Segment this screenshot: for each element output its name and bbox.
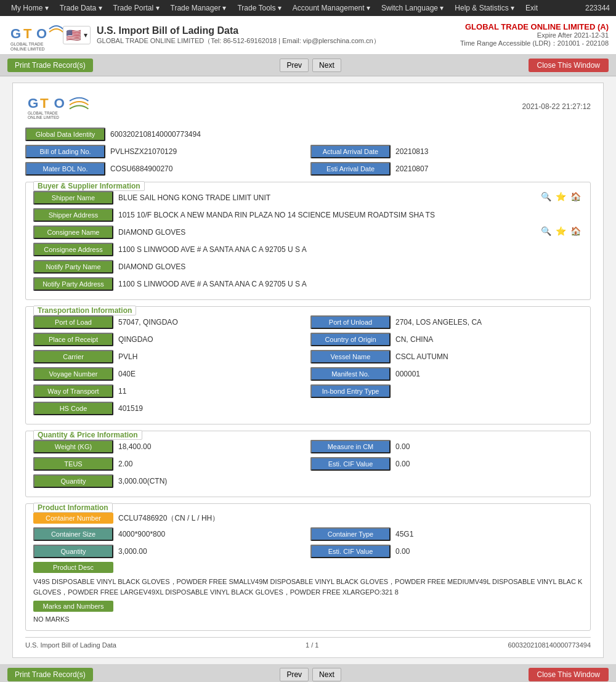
shipper-name-value: BLUE SAIL HONG KONG TRADE LIMIT UNIT: [118, 193, 536, 202]
voyage-number-label: Voyage Number: [33, 367, 113, 381]
receipt-origin-row: Place of Receipt QINGDAO Country of Orig…: [33, 333, 583, 346]
record-footer: U.S. Import Bill of Lading Data 1 / 1 60…: [25, 637, 591, 649]
marks-value: NO MARKS: [33, 615, 583, 623]
svg-text:ONLINE LIMITED: ONLINE LIMITED: [10, 47, 45, 51]
actual-arrival-value: 20210813: [395, 147, 591, 156]
marks-row: Marks and Numbers: [33, 601, 583, 612]
record-datetime: 2021-08-22 21:27:12: [522, 102, 591, 111]
carrier-value: PVLH: [118, 352, 306, 361]
product-section: Product Information Container Number CCL…: [25, 503, 591, 631]
way-of-transport-value: 11: [118, 387, 306, 396]
star-icon-consignee[interactable]: ⭐: [556, 226, 568, 238]
way-of-transport-field: Way of Transport 11: [33, 384, 306, 398]
actual-arrival-field: Actual Arrival Date 20210813: [310, 145, 591, 158]
voyage-number-field: Voyage Number 040E: [33, 367, 306, 381]
consignee-address-label: Consignee Address: [33, 243, 113, 256]
country-of-origin-value: CN, CHINA: [395, 335, 583, 344]
search-icon[interactable]: 🔍: [541, 192, 553, 204]
page-title: U.S. Import Bill of Lading Data: [97, 25, 380, 36]
nav-trade-tools[interactable]: Trade Tools ▾: [232, 1, 286, 15]
esti-cif-value: 0.00: [395, 460, 583, 468]
mater-bol-field: Mater BOL No. COSU6884900270: [25, 162, 306, 176]
notify-party-address-row: Notify Party Address 1100 S LINWOOD AVE …: [33, 277, 583, 291]
nav-trade-portal[interactable]: Trade Portal ▾: [108, 1, 164, 15]
hs-code-value: 401519: [118, 404, 583, 413]
nav-account-management[interactable]: Account Management ▾: [288, 1, 375, 15]
product-quantity-field: Quantity 3,000.00: [33, 545, 306, 558]
bottom-toolbar-right: Close This Window: [529, 668, 609, 681]
consignee-address-row: Consignee Address 1100 S LINWOOD AVE # A…: [33, 243, 583, 256]
teus-value: 2.00: [118, 460, 306, 468]
weight-measure-row: Weight (KG) 18,400.00 Measure in CM 0.00: [33, 440, 583, 453]
container-type-value: 45G1: [395, 530, 583, 538]
record-logo: G T O GLOBAL TRADE ONLINE LIMITED: [25, 92, 99, 121]
us-flag-icon: 🇺🇸: [66, 28, 81, 43]
port-of-unload-value: 2704, LOS ANGELES, CA: [395, 318, 583, 327]
toolbar-right: Close This Window: [529, 59, 609, 72]
next-button-top[interactable]: Next: [312, 59, 341, 72]
svg-text:G: G: [10, 26, 21, 41]
prev-button-top[interactable]: Prev: [280, 59, 309, 72]
next-button-bottom[interactable]: Next: [312, 668, 341, 681]
home-icon[interactable]: 🏠: [570, 192, 583, 204]
manifest-no-label: Manifest No.: [310, 367, 391, 381]
close-button-top[interactable]: Close This Window: [529, 59, 609, 72]
quantity-row: Quantity 3,000.00(CTN): [33, 474, 583, 488]
svg-text:ONLINE LIMITED: ONLINE LIMITED: [28, 115, 59, 120]
nav-trade-data[interactable]: Trade Data ▾: [55, 1, 107, 15]
global-data-identity-label: Global Data Identity: [25, 128, 105, 141]
nav-help-statistics[interactable]: Help & Statistics ▾: [450, 1, 519, 15]
close-button-bottom[interactable]: Close This Window: [529, 668, 609, 681]
vessel-name-value: CSCL AUTUMN: [395, 352, 583, 361]
consignee-address-value: 1100 S LINWOOD AVE # A SANTA ANA C A 927…: [118, 245, 583, 254]
voyage-number-value: 040E: [118, 370, 306, 378]
svg-text:G: G: [28, 95, 38, 111]
search-icon-consignee[interactable]: 🔍: [541, 226, 553, 238]
container-type-label: Container Type: [310, 527, 391, 541]
transportation-section: Transportation Information Port of Load …: [25, 306, 591, 424]
prev-button-bottom[interactable]: Prev: [280, 668, 309, 681]
notify-party-address-value: 1100 S LINWOOD AVE # A SANTA ANA C A 927…: [118, 280, 583, 288]
transport-inbond-row: Way of Transport 11 In-bond Entry Type: [33, 384, 583, 398]
home-icon-consignee[interactable]: 🏠: [570, 226, 583, 238]
buyer-supplier-section: Buyer & Supplier Information Shipper Nam…: [25, 182, 591, 300]
top-toolbar: Print Trade Record(s) Prev Next Close Th…: [0, 55, 616, 76]
header-left: G T O GLOBAL TRADE ONLINE LIMITED 🇺🇸 ▾ U…: [7, 20, 380, 51]
header-right: GLOBAL TRADE ONLINE LIMITED (A) Expire A…: [460, 22, 609, 48]
container-number-value: CCLU7486920（CN / L / HH）: [118, 513, 583, 524]
nav-exit[interactable]: Exit: [521, 1, 543, 15]
nav-items: My Home ▾ Trade Data ▾ Trade Portal ▾ Tr…: [6, 1, 543, 15]
notify-party-name-label: Notify Party Name: [33, 260, 113, 274]
shipper-address-label: Shipper Address: [33, 208, 113, 222]
consignee-name-row: Consignee Name DIAMOND GLOVES 🔍 ⭐ 🏠: [33, 225, 583, 239]
transportation-body: Port of Load 57047, QINGDAO Port of Unlo…: [26, 309, 590, 424]
flag-selector[interactable]: 🇺🇸 ▾: [63, 26, 91, 44]
star-icon[interactable]: ⭐: [556, 192, 568, 204]
nav-my-home[interactable]: My Home ▾: [6, 1, 54, 15]
bol-no-value: PVLHSZX21070129: [110, 147, 306, 156]
nav-trade-manager[interactable]: Trade Manager ▾: [166, 1, 232, 15]
voyage-manifest-row: Voyage Number 040E Manifest No. 000001: [33, 367, 583, 381]
record-footer-id: 6003202108140000773494: [508, 641, 591, 649]
quantity-price-body: Weight (KG) 18,400.00 Measure in CM 0.00…: [26, 434, 590, 497]
logo: G T O GLOBAL TRADE ONLINE LIMITED: [7, 20, 57, 51]
product-desc-label: Product Desc: [33, 562, 113, 573]
global-data-identity-value: 6003202108140000773494: [110, 130, 591, 139]
product-quantity-value: 3,000.00: [118, 547, 306, 556]
product-body: Container Number CCLU7486920（CN / L / HH…: [26, 506, 590, 630]
measure-field: Measure in CM 0.00: [310, 440, 583, 453]
container-size-field: Container Size 4000*900*800: [33, 527, 306, 541]
esti-cif-label: Esti. CIF Value: [310, 457, 391, 471]
print-button-bottom[interactable]: Print Trade Record(s): [7, 668, 93, 681]
record-footer-page: 1 / 1: [306, 641, 318, 649]
teus-cif-row: TEUS 2.00 Esti. CIF Value 0.00: [33, 457, 583, 471]
container-type-field: Container Type 45G1: [310, 527, 583, 541]
manifest-no-value: 000001: [395, 370, 583, 378]
port-of-load-field: Port of Load 57047, QINGDAO: [33, 315, 306, 329]
shipper-icons: 🔍 ⭐ 🏠: [541, 192, 583, 204]
print-button-top[interactable]: Print Trade Record(s): [7, 59, 93, 72]
product-qty-cif-row: Quantity 3,000.00 Esti. CIF Value 0.00: [33, 545, 583, 558]
notify-party-address-label: Notify Party Address: [33, 277, 113, 291]
bol-no-field: Bill of Lading No. PVLHSZX21070129: [25, 145, 306, 158]
nav-switch-language[interactable]: Switch Language ▾: [376, 1, 448, 15]
